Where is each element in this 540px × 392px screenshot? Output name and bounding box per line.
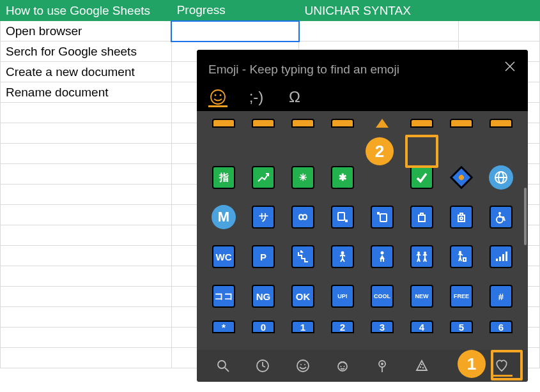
footer-clock-icon[interactable]: [252, 355, 274, 377]
cell[interactable]: [1, 287, 172, 307]
cell[interactable]: Create a new document: [1, 62, 172, 82]
emoji-family[interactable]: [404, 239, 440, 275]
footer-search-icon[interactable]: [212, 355, 234, 377]
emoji-partial[interactable]: [252, 119, 275, 128]
cell[interactable]: [1, 328, 172, 348]
emoji-phone-down[interactable]: [325, 199, 360, 235]
emoji-NG[interactable]: NG: [245, 278, 281, 314]
footer-pin-icon[interactable]: [371, 355, 393, 377]
svg-point-38: [422, 367, 424, 368]
table-row: Open browser: [1, 21, 540, 41]
emoji-P[interactable]: P: [245, 239, 281, 275]
emoji-partial[interactable]: [450, 119, 473, 128]
emoji-WC[interactable]: WC: [206, 239, 242, 275]
emoji-partial[interactable]: [291, 119, 314, 128]
emoji-signal[interactable]: [483, 239, 519, 275]
svg-rect-21: [496, 259, 498, 261]
emoji-#[interactable]: #: [483, 278, 519, 314]
cell[interactable]: [1, 205, 172, 225]
cell[interactable]: [1, 225, 172, 246]
cell[interactable]: [1, 144, 172, 164]
svg-point-28: [297, 360, 309, 372]
emoji-✱[interactable]: ✱: [325, 160, 360, 195]
emoji-COOL[interactable]: COOL: [364, 278, 400, 314]
svg-rect-24: [505, 252, 507, 261]
svg-point-3: [215, 94, 217, 96]
cell[interactable]: Serch for Google sheets: [1, 41, 172, 62]
emoji-infinity[interactable]: [285, 199, 321, 235]
cell[interactable]: [1, 348, 172, 368]
tab-kaomoji[interactable]: ;-): [247, 88, 266, 107]
emoji-woman[interactable]: [364, 239, 400, 275]
emoji-1[interactable]: 1: [285, 318, 321, 336]
cell[interactable]: [1, 123, 172, 144]
cell-a2[interactable]: Open browser: [1, 21, 172, 41]
cell[interactable]: [1, 164, 172, 185]
emoji-UP![interactable]: UP!: [325, 278, 360, 314]
emoji-man[interactable]: [325, 239, 360, 275]
header-cell[interactable]: [459, 1, 540, 21]
emoji-partial[interactable]: [410, 119, 433, 128]
emoji-wheelchair[interactable]: [483, 199, 519, 235]
emoji-partial[interactable]: [212, 119, 235, 128]
emoji-partial[interactable]: [490, 119, 513, 128]
emoji-partial[interactable]: [331, 119, 354, 128]
svg-rect-9: [380, 214, 387, 222]
emoji-5[interactable]: 5: [444, 318, 479, 336]
footer-grin-icon[interactable]: [292, 355, 314, 377]
header-cell[interactable]: UNICHAR SYNTAX: [299, 1, 459, 21]
header-cell[interactable]: How to use Google Sheets: [1, 1, 172, 21]
emoji-OK[interactable]: OK: [285, 278, 321, 314]
emoji-0[interactable]: 0: [245, 318, 281, 336]
cell[interactable]: [1, 246, 172, 266]
emoji-指[interactable]: 指: [206, 160, 242, 195]
footer-girl-icon[interactable]: [332, 355, 353, 377]
cell-c2[interactable]: [299, 21, 459, 41]
svg-point-32: [340, 366, 341, 367]
svg-rect-8: [338, 213, 344, 220]
cell[interactable]: [1, 266, 172, 287]
svg-point-39: [421, 364, 422, 365]
emoji-left-luggage[interactable]: [444, 199, 479, 235]
svg-point-29: [300, 364, 302, 365]
emoji-FREE[interactable]: FREE: [444, 278, 479, 314]
cell[interactable]: [1, 103, 172, 123]
emoji-6[interactable]: 6: [483, 318, 519, 336]
emoji-NEW[interactable]: NEW: [404, 278, 440, 314]
cell[interactable]: Rename document: [1, 82, 172, 103]
tab-symbols[interactable]: Ω: [285, 88, 304, 107]
emoji-M[interactable]: M: [206, 199, 242, 235]
header-cell[interactable]: Progress: [171, 1, 299, 21]
tab-emoji[interactable]: [208, 88, 228, 107]
emoji-phone-up[interactable]: [364, 199, 400, 235]
scrollbar-thumb[interactable]: [524, 188, 527, 245]
emoji-*[interactable]: *: [206, 318, 242, 336]
cell-d2[interactable]: [459, 21, 540, 41]
svg-rect-11: [458, 215, 465, 222]
footer-heart-icon[interactable]: [491, 355, 513, 377]
svg-rect-10: [419, 215, 425, 222]
emoji-サ[interactable]: サ: [245, 199, 281, 235]
emoji-check[interactable]: [404, 160, 440, 195]
emoji-ココ[interactable]: ココ: [206, 278, 242, 314]
emoji-globe[interactable]: [483, 160, 519, 195]
cell[interactable]: [1, 307, 172, 328]
emoji-stairs[interactable]: [285, 239, 321, 275]
svg-point-25: [218, 361, 226, 368]
emoji-2[interactable]: 2: [325, 318, 360, 336]
footer-pizza-icon[interactable]: [411, 355, 433, 377]
emoji-partial[interactable]: [376, 119, 389, 128]
emoji-3[interactable]: 3: [364, 318, 400, 336]
emoji-4[interactable]: 4: [404, 318, 440, 336]
emoji-litter[interactable]: [444, 239, 479, 275]
close-icon[interactable]: [502, 59, 518, 74]
cell-b2-active[interactable]: [171, 21, 299, 41]
emoji-baggage[interactable]: [404, 199, 440, 235]
emoji-picker-title: Emoji - Keep typing to find an emoji: [208, 63, 516, 77]
emoji-chart-up[interactable]: [245, 160, 281, 195]
svg-rect-20: [463, 258, 466, 261]
emoji-picker-tabs: ;-) Ω: [208, 88, 516, 111]
cell[interactable]: [1, 185, 172, 205]
emoji-diamond[interactable]: [444, 160, 479, 195]
emoji-✳[interactable]: ✳: [285, 160, 321, 195]
